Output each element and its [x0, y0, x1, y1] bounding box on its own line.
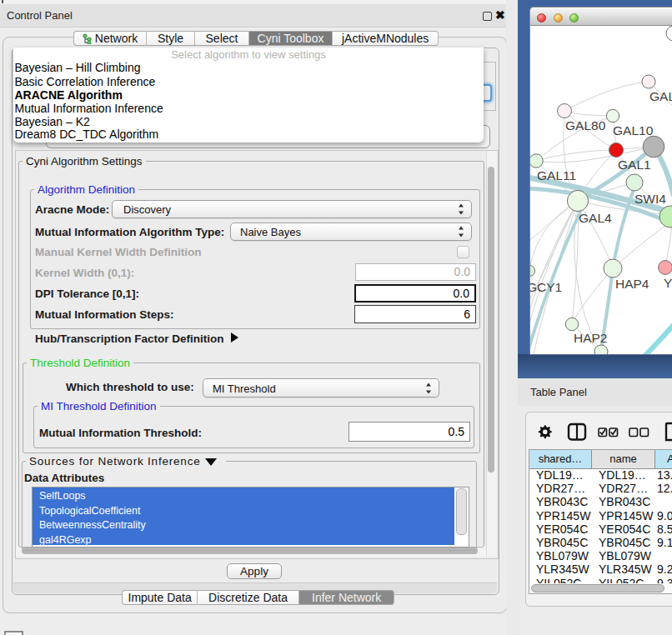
svg-text:GAL1: GAL1 [618, 158, 651, 172]
svg-text:GAL2: GAL2 [649, 89, 672, 103]
svg-text:GAL4: GAL4 [579, 211, 612, 225]
svg-text:HAP2: HAP2 [574, 331, 608, 345]
svg-text:Y: Y [664, 276, 672, 290]
svg-text:GCY1: GCY1 [530, 280, 562, 294]
svg-text:GAL80: GAL80 [565, 118, 606, 132]
svg-text:GAL11: GAL11 [537, 168, 576, 182]
svg-text:SWI4: SWI4 [634, 192, 666, 206]
svg-text:HAP4: HAP4 [615, 277, 649, 291]
svg-text:GAL10: GAL10 [613, 123, 654, 138]
